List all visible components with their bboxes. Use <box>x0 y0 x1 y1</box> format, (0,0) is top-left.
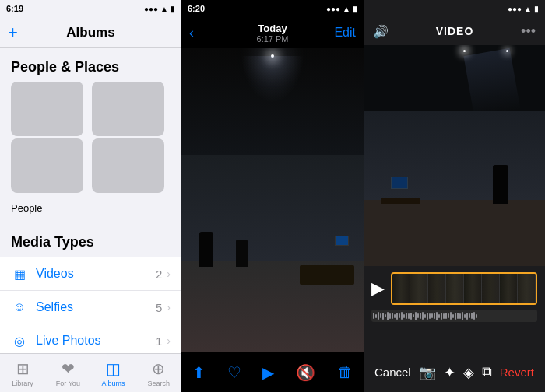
people-thumb-3[interactable] <box>11 138 83 193</box>
live-photos-label: Live Photos <box>36 334 156 348</box>
video-title-label: VIDEO <box>436 25 474 37</box>
audio-bar <box>380 313 382 318</box>
audio-bar <box>441 313 442 320</box>
audio-bar <box>406 313 407 319</box>
photo-status-bar: 6:20 ●●● ▲ ▮ <box>181 0 364 17</box>
video-scene <box>364 45 545 266</box>
adjust-icon[interactable]: ✦ <box>444 364 455 381</box>
timeline-frame-4 <box>446 274 464 303</box>
cancel-button[interactable]: Cancel <box>374 366 411 379</box>
albums-tab-label: Albums <box>102 380 125 387</box>
share-button[interactable]: ⬆ <box>192 363 206 382</box>
video-battery-icon: ▮ <box>534 5 539 13</box>
back-button[interactable]: ‹ <box>189 25 194 41</box>
audio-bar <box>378 312 379 320</box>
selfies-icon: ☺ <box>11 299 28 316</box>
search-icon: ⊕ <box>152 359 165 378</box>
audio-bar <box>448 313 449 318</box>
tab-library[interactable]: ⊞ Library <box>0 359 45 387</box>
people-label: People <box>0 199 181 223</box>
edit-button[interactable]: Edit <box>334 26 356 40</box>
audio-bar <box>415 312 417 320</box>
audio-bar <box>413 314 414 317</box>
audio-bar <box>476 314 477 318</box>
photo-signal-icon: ●●● <box>326 5 340 13</box>
room-light-rays <box>241 56 304 103</box>
filter-icon[interactable]: ◈ <box>463 364 474 381</box>
selfies-label: Selfies <box>36 300 156 314</box>
people-places-header: People & Places <box>0 48 181 82</box>
audio-bar <box>436 312 438 320</box>
play-button[interactable]: ▶ <box>262 363 274 382</box>
add-album-button[interactable]: + <box>8 23 18 43</box>
audio-bar <box>469 313 470 318</box>
selfies-count: 5 <box>156 301 162 314</box>
photo-panel: 6:20 ●●● ▲ ▮ ‹ Today 6:17 PM Edit ⬆ ♡ <box>181 0 364 392</box>
audio-bar <box>417 313 419 318</box>
tab-for-you[interactable]: ❤ For You <box>45 359 90 387</box>
albums-panel: 6:19 ●●● ▲ ▮ + Albums People & Places Pe… <box>0 0 181 392</box>
people-thumb-4[interactable] <box>92 138 164 193</box>
photo-main[interactable] <box>181 48 364 352</box>
delete-button[interactable]: 🗑 <box>337 363 353 381</box>
more-options-icon[interactable]: ••• <box>521 23 536 40</box>
audio-bar <box>396 313 398 320</box>
list-item-live-photos[interactable]: ◎ Live Photos 1 › <box>0 324 181 353</box>
videos-icon: ▦ <box>11 265 28 282</box>
albums-scroll[interactable]: People & Places People Media Types ▦ Vid… <box>0 48 181 353</box>
signal-icon: ●●● <box>144 5 158 13</box>
revert-button[interactable]: Revert <box>500 366 534 379</box>
list-item-videos[interactable]: ▦ Videos 2 › <box>0 257 181 291</box>
timeline-strip[interactable] <box>391 272 537 305</box>
list-item-selfies[interactable]: ☺ Selfies 5 › <box>0 291 181 324</box>
video-camera-icon[interactable]: 📷 <box>419 364 436 381</box>
media-types-list: ▦ Videos 2 › ☺ Selfies 5 › ◎ Live Photos… <box>0 257 181 353</box>
live-photos-count: 1 <box>156 334 162 348</box>
audio-bar <box>427 313 428 320</box>
audio-bar <box>420 313 421 319</box>
videos-label: Videos <box>36 267 156 281</box>
timeline-frame-5 <box>464 274 482 303</box>
favorite-button[interactable]: ♡ <box>227 363 241 382</box>
audio-bar <box>410 313 412 320</box>
tab-albums[interactable]: ◫ Albums <box>91 359 136 387</box>
wifi-icon: ▲ <box>160 5 168 13</box>
video-play-button[interactable]: ▶ <box>371 278 385 299</box>
crop-icon[interactable]: ⧉ <box>482 364 492 380</box>
v-desk <box>382 198 420 204</box>
person-silhouette-1 <box>199 232 213 267</box>
tab-search[interactable]: ⊕ Search <box>136 359 181 387</box>
video-preview[interactable] <box>364 45 545 266</box>
audio-bar <box>438 314 440 318</box>
albums-nav-header: + Albums <box>0 17 181 48</box>
play-row: ▶ <box>364 272 545 305</box>
timeline-frame-3 <box>428 274 446 303</box>
audio-bar <box>408 313 410 319</box>
audio-strip <box>371 310 537 322</box>
video-panel: ●●● ▲ ▮ 🔊 VIDEO ••• ▶ <box>364 0 545 392</box>
video-signal-icon: ●●● <box>508 5 522 13</box>
people-thumb-1[interactable] <box>11 82 83 136</box>
audio-bar <box>389 313 391 319</box>
people-thumb-2[interactable] <box>92 82 164 136</box>
video-wifi-icon: ▲ <box>524 5 532 13</box>
audio-bar <box>443 313 445 319</box>
tab-bar: ⊞ Library ❤ For You ◫ Albums ⊕ Search <box>0 353 181 392</box>
photo-toolbar: ⬆ ♡ ▶ 🔇 🗑 <box>181 352 364 392</box>
v-person-silhouette <box>493 165 508 204</box>
timeline-frame-6 <box>482 274 500 303</box>
video-top-bar: 🔊 VIDEO ••• <box>364 17 545 45</box>
video-status-icons: ●●● ▲ ▮ <box>508 5 539 13</box>
audio-bar <box>452 314 454 318</box>
audio-bar <box>392 313 393 319</box>
photo-time-label: 6:17 PM <box>257 34 289 44</box>
v-monitor <box>391 177 408 189</box>
audio-bar <box>394 314 396 318</box>
sound-icon[interactable]: 🔊 <box>373 24 389 39</box>
mute-button[interactable]: 🔇 <box>296 363 315 382</box>
albums-time: 6:19 <box>6 4 23 13</box>
photo-status-icons: ●●● ▲ ▮ <box>326 5 357 13</box>
media-types-header: Media Types <box>0 223 181 257</box>
audio-bar <box>375 314 377 318</box>
albums-status-icons: ●●● ▲ ▮ <box>144 5 175 13</box>
